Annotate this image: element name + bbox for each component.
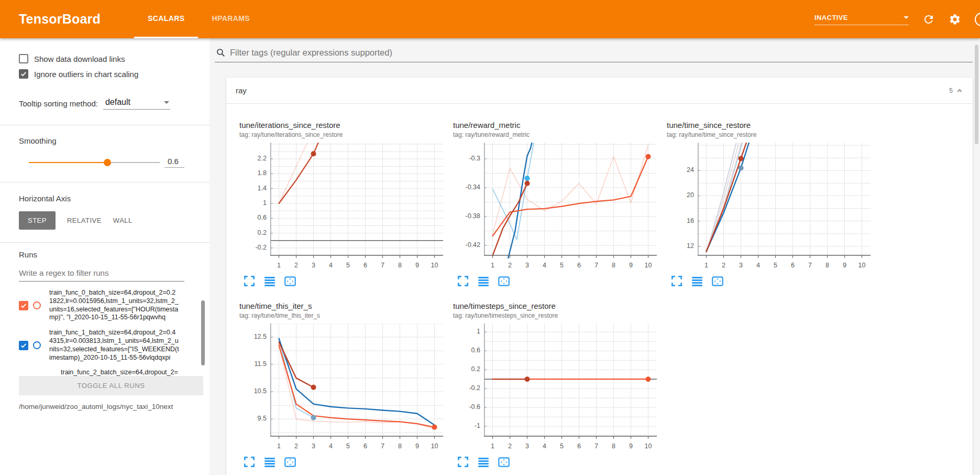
x-tick-label: 5: [560, 262, 564, 269]
axis-wall-button[interactable]: WALL: [113, 217, 133, 224]
y-tick-label: -0.6: [469, 403, 480, 411]
y-tick-label: -0.42: [466, 241, 481, 249]
expand-chart-icon[interactable]: [456, 274, 470, 288]
run-selector-icon[interactable]: [690, 274, 704, 288]
charts-grid: tune/iterations_since_restoretag: ray/tu…: [226, 104, 973, 469]
x-tick-label: 8: [612, 262, 615, 269]
x-tick-label: 4: [329, 262, 333, 269]
show-download-links-option[interactable]: Show data download links: [19, 54, 184, 63]
smoothing-slider[interactable]: [29, 158, 160, 167]
chart-tag: tag: ray/tune/time_since_restore: [667, 131, 876, 138]
x-tick-label: 5: [346, 262, 350, 269]
x-tick-label: 4: [543, 262, 546, 269]
run-name: train_func_1_batch_size=64,dropout_2=0.4…: [49, 329, 179, 362]
chevron-up-icon[interactable]: [955, 86, 964, 95]
chart-plot[interactable]: [484, 323, 657, 439]
smoothing-value[interactable]: 0.6: [164, 157, 184, 168]
run-selector-icon[interactable]: [263, 455, 277, 469]
tab-bar: SCALARS HPARAMS: [134, 0, 263, 38]
y-tick-label: 0.6: [258, 214, 267, 221]
x-tick-label: 7: [594, 262, 598, 269]
run-row[interactable]: train_func_1_batch_size=64,dropout_2=0.4…: [19, 329, 184, 362]
chart-plot[interactable]: [270, 143, 443, 258]
x-tick-label: 6: [364, 262, 367, 269]
option-label: Show data download links: [34, 55, 125, 63]
x-tick-label: 3: [525, 262, 529, 269]
chart-title: tune/reward_metric: [453, 121, 663, 129]
y-tick-label: 10.5: [254, 387, 267, 395]
x-tick-label: 4: [329, 442, 333, 450]
y-tick-label: 24: [687, 166, 694, 174]
run-selector-icon[interactable]: [477, 274, 490, 288]
x-tick-label: 3: [739, 262, 743, 269]
run-row[interactable]: train_func_0_batch_size=64,dropout_2=0.2…: [19, 289, 184, 322]
slider-fill: [29, 162, 107, 163]
run-color-radio[interactable]: [33, 301, 41, 309]
smoothing-label: Smoothing: [19, 136, 184, 145]
slider-thumb[interactable]: [104, 159, 111, 166]
y-axis-labels: -0.3-0.34-0.38-0.42: [453, 143, 484, 258]
expand-chart-icon[interactable]: [670, 274, 684, 288]
tooltip-sorting-label: Tooltip sorting method:: [19, 99, 98, 110]
y-tick-label: -0.2: [255, 244, 267, 251]
ignore-outliers-option[interactable]: Ignore outliers in chart scaling: [19, 69, 184, 79]
chart-tag: tag: ray/tune/time_this_iter_s: [239, 312, 449, 319]
chart-plot[interactable]: [698, 143, 871, 258]
scalar-chart-card: tune/iterations_since_restoretag: ray/tu…: [239, 121, 449, 288]
tag-filter-input[interactable]: [230, 48, 973, 58]
x-tick-label: 1: [491, 442, 494, 450]
settings-icon[interactable]: [949, 13, 961, 26]
chart-count-badge: 5: [949, 87, 953, 94]
tab-hparams[interactable]: HPARAMS: [198, 0, 263, 38]
x-tick-label: 10: [645, 442, 652, 450]
run-checkbox[interactable]: [19, 301, 28, 310]
expand-chart-icon[interactable]: [456, 455, 470, 469]
x-tick-label: 8: [825, 262, 829, 269]
chart-plot[interactable]: [270, 323, 443, 439]
scalar-chart-card: tune/timesteps_since_restoretag: ray/tun…: [453, 301, 663, 469]
run-selector-icon[interactable]: [477, 455, 490, 469]
horizontal-axis-label: Horizontal Axis: [19, 194, 184, 203]
y-tick-label: 0.2: [471, 365, 480, 373]
run-checkbox[interactable]: [19, 341, 28, 350]
x-axis-labels: 12345678910: [239, 439, 449, 451]
x-tick-label: 9: [415, 442, 419, 450]
x-axis-labels: 12345678910: [453, 439, 663, 451]
run-filter-input[interactable]: [19, 266, 184, 282]
x-tick-label: 5: [560, 442, 564, 450]
run-selector-icon[interactable]: [263, 274, 277, 288]
status-dropdown[interactable]: INACTIVE: [814, 14, 909, 25]
fit-domain-icon[interactable]: [497, 274, 511, 288]
chart-plot[interactable]: [484, 143, 657, 258]
x-tick-label: 10: [858, 262, 866, 269]
x-tick-label: 2: [294, 442, 298, 450]
y-tick-label: 1.8: [258, 169, 267, 177]
fit-domain-icon[interactable]: [283, 274, 297, 288]
fit-domain-icon[interactable]: [283, 455, 297, 469]
sidebar-scrollbar[interactable]: [201, 300, 205, 365]
tab-scalars[interactable]: SCALARS: [134, 0, 198, 38]
x-tick-label: 6: [364, 442, 367, 450]
tag-group-header[interactable]: ray 5: [226, 78, 973, 104]
x-tick-label: 6: [577, 262, 581, 269]
log-dir-path: /home/junweid/zoo_automl_logs/nyc_taxi_1…: [19, 402, 176, 412]
check-icon: [20, 342, 27, 349]
page-scrollbar[interactable]: [975, 45, 978, 144]
run-row[interactable]: train_func_2_batch_size=64,dropout_2=: [52, 369, 184, 376]
expand-chart-icon[interactable]: [243, 274, 256, 288]
axis-relative-button[interactable]: RELATIVE: [67, 217, 102, 224]
help-icon[interactable]: ?: [975, 13, 980, 26]
toggle-all-runs-button[interactable]: TOGGLE ALL RUNS: [19, 376, 203, 395]
tooltip-sorting-select[interactable]: default: [103, 98, 170, 110]
show-download-links-checkbox[interactable]: [19, 54, 28, 63]
x-tick-label: 9: [415, 262, 419, 269]
x-tick-label: 10: [431, 442, 438, 450]
run-color-radio[interactable]: [33, 341, 41, 349]
scalar-chart-card: tune/time_this_iter_stag: ray/tune/time_…: [239, 301, 449, 469]
ignore-outliers-checkbox[interactable]: [19, 69, 28, 79]
expand-chart-icon[interactable]: [243, 455, 256, 469]
fit-domain-icon[interactable]: [711, 274, 724, 288]
refresh-icon[interactable]: [922, 13, 935, 26]
fit-domain-icon[interactable]: [497, 455, 511, 469]
axis-step-button[interactable]: STEP: [19, 211, 56, 230]
